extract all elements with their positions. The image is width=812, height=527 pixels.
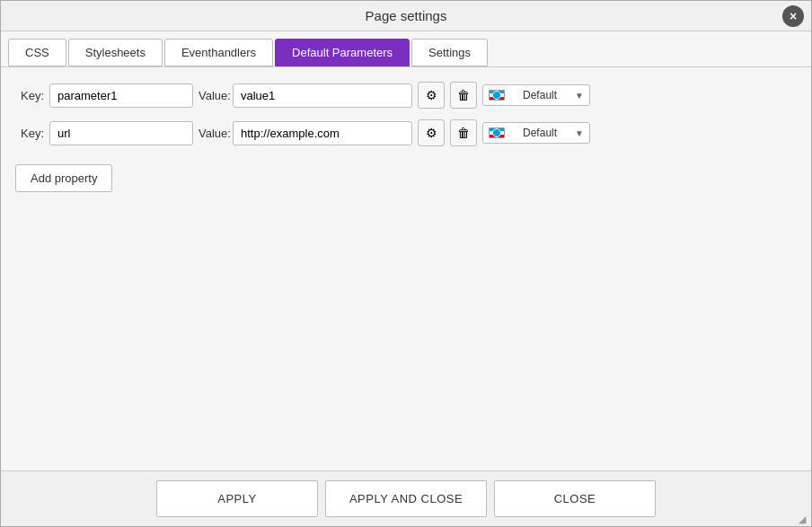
locale-label-2: Default xyxy=(523,127,557,139)
value-label-2: Value: xyxy=(199,127,227,140)
key-input-2[interactable] xyxy=(49,121,193,145)
chevron-down-icon-1: ▼ xyxy=(575,91,584,101)
apply-button[interactable]: APPLY xyxy=(156,480,318,517)
locale-flag-2 xyxy=(489,127,505,138)
locale-dropdown-2[interactable]: Default ▼ xyxy=(482,122,590,144)
settings-icon-btn-1[interactable]: ⚙ xyxy=(418,82,445,109)
chevron-down-icon-2: ▼ xyxy=(575,128,584,138)
tab-settings[interactable]: Settings xyxy=(411,39,488,66)
locale-label-1: Default xyxy=(523,89,557,101)
close-icon[interactable]: × xyxy=(782,5,804,27)
key-label-2: Key: xyxy=(15,127,44,140)
tab-default-parameters[interactable]: Default Parameters xyxy=(275,39,410,66)
dialog-header: Page settings × xyxy=(1,1,811,31)
close-button[interactable]: CLOSE xyxy=(494,480,656,517)
page-settings-dialog: Page settings × CSS Stylesheets Eventhan… xyxy=(0,0,812,527)
resize-handle[interactable]: ◢ xyxy=(799,514,809,524)
property-row-2: Key: Value: ⚙ 🗑 Default ▼ xyxy=(15,119,797,146)
locale-flag-1 xyxy=(489,90,505,101)
value-input-1[interactable] xyxy=(233,83,412,108)
property-row-1: Key: Value: ⚙ 🗑 Default ▼ xyxy=(15,82,797,109)
tab-css[interactable]: CSS xyxy=(8,39,66,66)
key-input-1[interactable] xyxy=(49,83,193,108)
delete-btn-2[interactable]: 🗑 xyxy=(450,119,477,146)
footer: APPLY APPLY AND CLOSE CLOSE xyxy=(1,470,811,526)
key-label-1: Key: xyxy=(15,89,44,102)
tabs-bar: CSS Stylesheets Eventhandlers Default Pa… xyxy=(1,31,811,67)
apply-and-close-button[interactable]: APPLY AND CLOSE xyxy=(325,480,487,517)
tab-stylesheets[interactable]: Stylesheets xyxy=(68,39,163,66)
content-area: Key: Value: ⚙ 🗑 Default ▼ Key: Value: ⚙ … xyxy=(1,67,811,470)
dialog-title: Page settings xyxy=(366,8,447,23)
value-input-2[interactable] xyxy=(233,121,412,145)
settings-icon-btn-2[interactable]: ⚙ xyxy=(418,119,445,146)
add-property-button[interactable]: Add property xyxy=(15,164,112,192)
locale-dropdown-1[interactable]: Default ▼ xyxy=(482,84,590,106)
value-label-1: Value: xyxy=(199,89,227,102)
tab-eventhandlers[interactable]: Eventhandlers xyxy=(164,39,273,66)
delete-btn-1[interactable]: 🗑 xyxy=(450,82,477,109)
